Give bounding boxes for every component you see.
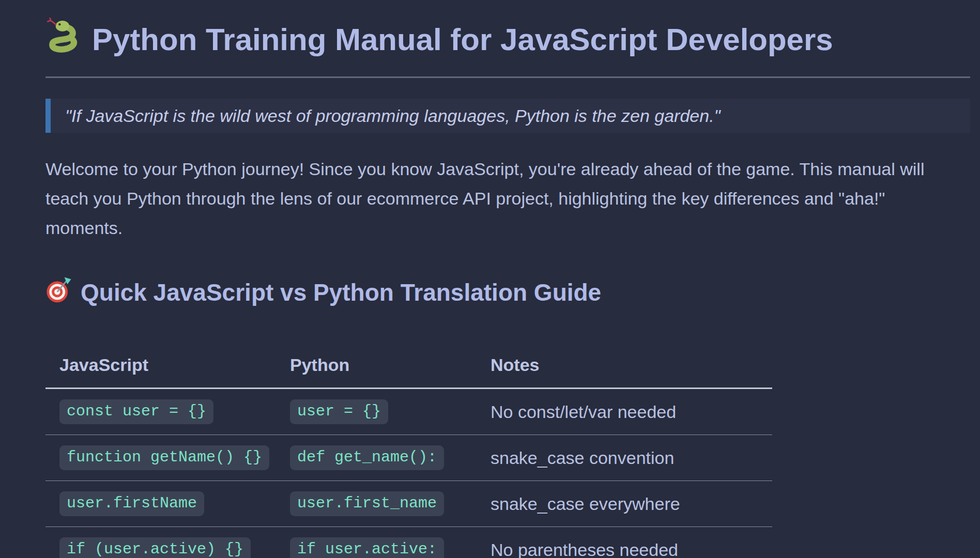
page-title-text: Python Training Manual for JavaScript De… bbox=[92, 22, 833, 57]
quote-block: "If JavaScript is the wild west of progr… bbox=[45, 99, 970, 133]
code-snippet-js: user.firstName bbox=[59, 491, 204, 516]
translation-table: JavaScript Python Notes const user = {} … bbox=[45, 337, 772, 558]
notes-cell: No parentheses needed bbox=[477, 527, 772, 558]
column-header-python: Python bbox=[276, 337, 477, 389]
code-snippet-python: user.first_name bbox=[290, 491, 444, 516]
code-snippet-js: function getName() {} bbox=[59, 445, 269, 470]
code-snippet-js: const user = {} bbox=[59, 399, 213, 424]
section-title: Quick JavaScript vs Python Translation G… bbox=[45, 276, 970, 308]
code-snippet-python: user = {} bbox=[290, 399, 388, 424]
table-row: user.firstName user.first_name snake_cas… bbox=[45, 481, 772, 527]
code-snippet-python: def get_name(): bbox=[290, 445, 444, 470]
column-header-javascript: JavaScript bbox=[45, 337, 276, 389]
column-header-notes: Notes bbox=[477, 337, 772, 389]
table-row: function getName() {} def get_name(): sn… bbox=[45, 435, 772, 481]
table-row: const user = {} user = {} No const/let/v… bbox=[45, 389, 772, 435]
title-divider bbox=[45, 76, 970, 78]
markdown-document: Python Training Manual for JavaScript De… bbox=[0, 0, 980, 558]
code-snippet-js: if (user.active) {} bbox=[59, 537, 251, 558]
page-title: Python Training Manual for JavaScript De… bbox=[45, 18, 970, 61]
table-row: if (user.active) {} if user.active: No p… bbox=[45, 527, 772, 558]
snake-icon bbox=[45, 18, 82, 61]
dart-target-icon bbox=[45, 276, 72, 308]
section-title-text: Quick JavaScript vs Python Translation G… bbox=[81, 278, 601, 306]
quote-text: "If JavaScript is the wild west of progr… bbox=[65, 106, 721, 126]
notes-cell: No const/let/var needed bbox=[477, 389, 772, 435]
intro-paragraph: Welcome to your Python journey! Since yo… bbox=[45, 154, 935, 243]
notes-cell: snake_case everywhere bbox=[477, 481, 772, 527]
table-header-row: JavaScript Python Notes bbox=[45, 337, 772, 389]
code-snippet-python: if user.active: bbox=[290, 537, 444, 558]
notes-cell: snake_case convention bbox=[477, 435, 772, 481]
